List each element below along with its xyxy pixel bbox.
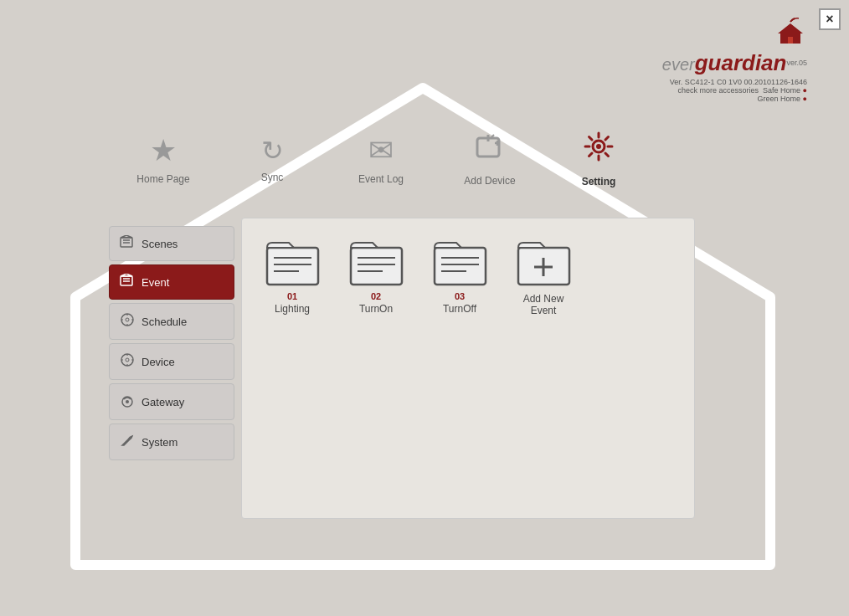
scenes-icon (120, 235, 135, 252)
system-label: System (142, 436, 178, 449)
svg-marker-18 (121, 235, 132, 238)
turnon-number: 02 (371, 291, 381, 301)
content-panel: 01 Lighting 02 TurnOn (241, 218, 695, 519)
svg-line-15 (605, 137, 609, 141)
close-button[interactable]: × (819, 8, 841, 30)
add-folder-icon (514, 235, 573, 290)
event-label: Event (142, 276, 169, 289)
nav-item-setting[interactable]: Setting (561, 130, 636, 187)
lighting-folder-icon (263, 235, 322, 290)
logo-icon (774, 17, 807, 46)
event-item-turnon[interactable]: 02 TurnOn (342, 235, 409, 316)
svg-line-14 (605, 153, 609, 157)
add-event-label: Add New Event (523, 293, 564, 316)
svg-point-25 (121, 314, 133, 326)
svg-rect-43 (351, 248, 402, 285)
nav-label-sync: Sync (261, 172, 284, 183)
home-page-icon: ★ (150, 133, 177, 168)
svg-line-16 (589, 153, 593, 157)
main-content: Scenes Event (109, 218, 695, 519)
event-item-add-new[interactable]: Add New Event (510, 235, 577, 316)
gear-svg (582, 130, 615, 163)
nav-bar: ★ Home Page ↻ Sync ✉ Event Log Add Devic… (109, 130, 653, 187)
event-icon (120, 274, 135, 290)
svg-point-38 (126, 400, 129, 403)
scenes-label: Scenes (142, 238, 178, 250)
sidebar-item-system[interactable]: System (109, 424, 234, 460)
schedule-icon (120, 312, 135, 331)
turnoff-label: TurnOff (443, 303, 476, 315)
svg-point-8 (596, 144, 601, 149)
event-item-turnoff[interactable]: 03 TurnOff (426, 235, 493, 316)
lighting-label: Lighting (275, 303, 310, 315)
nav-label-eventlog: Event Log (358, 173, 404, 185)
nav-item-adddevice[interactable]: Add Device (452, 131, 527, 187)
sidebar: Scenes Event (109, 218, 234, 519)
sidebar-item-gateway[interactable]: Gateway (109, 383, 234, 420)
nav-item-homepage[interactable]: ★ Home Page (126, 133, 201, 185)
lighting-number: 01 (287, 291, 297, 301)
device-icon (120, 352, 135, 371)
nav-label-homepage: Home Page (136, 173, 189, 185)
svg-point-31 (121, 354, 133, 366)
gateway-label: Gateway (142, 396, 184, 408)
gateway-icon (120, 393, 135, 411)
nav-item-eventlog[interactable]: ✉ Event Log (343, 133, 419, 185)
sidebar-item-event[interactable]: Event (109, 264, 234, 300)
schedule-label: Schedule (142, 316, 187, 328)
sidebar-item-schedule[interactable]: Schedule (109, 303, 234, 340)
nav-label-adddevice: Add Device (464, 175, 515, 187)
close-icon: × (826, 12, 833, 27)
event-item-lighting[interactable]: 01 Lighting (259, 235, 326, 316)
event-log-icon: ✉ (368, 133, 394, 168)
system-icon (120, 433, 135, 451)
sync-icon: ↻ (261, 135, 284, 167)
turnon-label: TurnOn (359, 303, 393, 315)
nav-label-setting: Setting (582, 176, 616, 187)
turnon-folder-icon (347, 235, 405, 290)
add-device-svg (474, 131, 506, 163)
device-label: Device (142, 356, 175, 368)
sidebar-item-device[interactable]: Device (109, 343, 234, 380)
svg-rect-1 (788, 37, 793, 44)
sidebar-item-scenes[interactable]: Scenes (109, 226, 234, 261)
turnoff-folder-icon (430, 235, 489, 290)
svg-point-32 (126, 358, 129, 362)
setting-icon (582, 130, 615, 171)
svg-point-26 (126, 318, 129, 321)
svg-marker-22 (121, 274, 132, 276)
svg-rect-39 (267, 248, 318, 285)
turnoff-number: 03 (455, 291, 465, 301)
svg-rect-47 (435, 248, 486, 285)
svg-line-13 (589, 137, 593, 141)
add-device-icon (474, 131, 506, 170)
nav-item-sync[interactable]: ↻ Sync (234, 135, 310, 183)
